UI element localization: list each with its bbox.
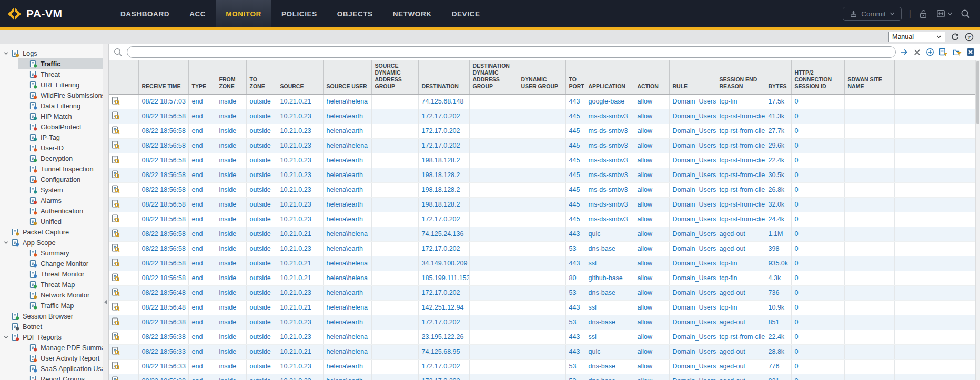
sidebar-item-threat-map[interactable]: Threat Map	[0, 279, 103, 290]
col-header-action[interactable]: ACTION	[634, 60, 669, 94]
cell-receive_time[interactable]: 08/22 18:56:48	[138, 300, 188, 315]
cell-from_zone[interactable]: inside	[216, 300, 246, 315]
sidebar-item-globalprotect[interactable]: GlobalProtect	[0, 121, 103, 132]
cell-rule[interactable]: Domain_Users	[669, 124, 716, 138]
sidebar-item-ip-tag[interactable]: IP-Tag	[0, 132, 103, 142]
cell-to_zone[interactable]: outside	[246, 197, 277, 212]
cell-application[interactable]: github-base	[585, 271, 634, 285]
cell-rule[interactable]: Domain_Users	[669, 374, 716, 380]
cell-application[interactable]: quic	[585, 227, 634, 241]
search-icon[interactable]	[960, 8, 971, 19]
log-detail-icon[interactable]	[112, 170, 120, 179]
log-detail-icon[interactable]	[112, 214, 120, 223]
cell-application[interactable]: dns-base	[585, 241, 634, 256]
cell-to_port[interactable]: 443	[565, 94, 585, 109]
cell-bytes[interactable]: 26.8k	[765, 182, 791, 197]
cell-to_zone[interactable]: outside	[246, 109, 277, 124]
col-header-to-port[interactable]: TO PORT	[565, 60, 585, 94]
cell-bytes[interactable]: 41.3k	[765, 109, 791, 124]
cell-destination[interactable]: 198.18.128.2	[418, 197, 469, 212]
cell-destination[interactable]: 172.17.0.202	[418, 212, 469, 227]
cell-http2_connection_session_id[interactable]: 0	[791, 256, 844, 271]
cell-to_zone[interactable]: outside	[246, 344, 277, 359]
col-header-source-dynamic-address-group[interactable]: SOURCE DYNAMIC ADDRESS GROUP	[371, 60, 418, 94]
cell-application[interactable]: dns-base	[585, 359, 634, 374]
cell-application[interactable]: quic	[585, 344, 634, 359]
cell-source_user[interactable]: helena\helena	[323, 271, 371, 285]
cell-from_zone[interactable]: inside	[216, 344, 246, 359]
cell-to_port[interactable]: 80	[565, 271, 585, 285]
cell-receive_time[interactable]: 08/22 18:56:58	[138, 241, 188, 256]
chevron-down-icon[interactable]	[4, 240, 12, 245]
cell-source_user[interactable]: helena\helena	[323, 256, 371, 271]
log-detail-icon[interactable]	[112, 229, 120, 238]
log-detail-icon[interactable]	[112, 97, 120, 105]
cell-from_zone[interactable]: inside	[216, 182, 246, 197]
config-save-load[interactable]	[936, 8, 953, 19]
cell-from_zone[interactable]: inside	[216, 227, 246, 241]
cell-bytes[interactable]: 935.0k	[765, 256, 791, 271]
cell-application[interactable]: ms-ds-smbv3	[585, 109, 634, 124]
cell-bytes[interactable]: 22.4k	[765, 330, 791, 344]
col-header-application[interactable]: APPLICATION	[585, 60, 634, 94]
cell-receive_time[interactable]: 08/22 18:57:03	[138, 94, 188, 109]
cell-bytes[interactable]: 736	[765, 285, 791, 300]
cell-to_zone[interactable]: outside	[246, 359, 277, 374]
col-header-bytes[interactable]: BYTES	[765, 60, 791, 94]
cell-receive_time[interactable]: 08/22 18:56:58	[138, 168, 188, 182]
cell-application[interactable]: ms-ds-smbv3	[585, 124, 634, 138]
cell-http2_connection_session_id[interactable]: 0	[791, 271, 844, 285]
cell-http2_connection_session_id[interactable]: 0	[791, 182, 844, 197]
cell-to_port[interactable]: 53	[565, 374, 585, 380]
cell-rule[interactable]: Domain_Users	[669, 271, 716, 285]
cell-source[interactable]: 10.21.0.23	[277, 330, 323, 344]
cell-source_user[interactable]: helena\earth	[323, 109, 371, 124]
table-scrollbar[interactable]	[975, 60, 980, 380]
cell-source[interactable]: 10.21.0.23	[277, 138, 323, 153]
cell-receive_time[interactable]: 08/22 18:56:58	[138, 227, 188, 241]
cell-to_port[interactable]: 445	[565, 182, 585, 197]
cell-session_end_reason[interactable]: tcp-rst-from-client	[716, 197, 765, 212]
cell-action[interactable]: allow	[634, 182, 669, 197]
cell-receive_time[interactable]: 08/22 18:56:58	[138, 182, 188, 197]
cell-action[interactable]: allow	[634, 94, 669, 109]
cell-destination[interactable]: 34.149.100.209	[418, 256, 469, 271]
sidebar-item-alarms[interactable]: Alarms	[0, 195, 103, 206]
cell-destination[interactable]: 198.18.128.2	[418, 182, 469, 197]
cell-source_user[interactable]: helena\helena	[323, 300, 371, 315]
cell-action[interactable]: allow	[634, 197, 669, 212]
cell-http2_connection_session_id[interactable]: 0	[791, 109, 844, 124]
cell-bytes[interactable]: 10.9k	[765, 300, 791, 315]
nav-policies[interactable]: POLICIES	[271, 0, 327, 27]
cell-bytes[interactable]: 1.1M	[765, 227, 791, 241]
sidebar-item-app-scope[interactable]: App Scope	[0, 237, 103, 248]
cell-application[interactable]: dns-base	[585, 374, 634, 380]
cell-to_zone[interactable]: outside	[246, 285, 277, 300]
cell-session_end_reason[interactable]: tcp-rst-from-client	[716, 124, 765, 138]
cell-receive_time[interactable]: 08/22 18:56:58	[138, 256, 188, 271]
cell-from_zone[interactable]: inside	[216, 271, 246, 285]
scrollbar-thumb[interactable]	[976, 61, 979, 124]
cell-receive_time[interactable]: 08/22 18:56:38	[138, 315, 188, 330]
cell-source_user[interactable]: helena\earth	[323, 241, 371, 256]
cell-action[interactable]: allow	[634, 153, 669, 168]
cell-type[interactable]: end	[188, 300, 216, 315]
cell-destination[interactable]: 172.17.0.202	[418, 124, 469, 138]
cell-source[interactable]: 10.21.0.21	[277, 271, 323, 285]
log-detail-icon[interactable]	[112, 362, 120, 370]
cell-application[interactable]: ssl	[585, 300, 634, 315]
cell-http2_connection_session_id[interactable]: 0	[791, 285, 844, 300]
cell-rule[interactable]: Domain_Users	[669, 197, 716, 212]
cell-source_user[interactable]: helena\earth	[323, 359, 371, 374]
cell-to_zone[interactable]: outside	[246, 153, 277, 168]
cell-action[interactable]: allow	[634, 359, 669, 374]
cell-to_zone[interactable]: outside	[246, 168, 277, 182]
cell-action[interactable]: allow	[634, 212, 669, 227]
load-filter-icon[interactable]	[953, 48, 962, 57]
cell-source[interactable]: 10.21.0.23	[277, 212, 323, 227]
cell-destination[interactable]: 74.125.24.136	[418, 227, 469, 241]
cell-source[interactable]: 10.21.0.21	[277, 300, 323, 315]
cell-from_zone[interactable]: inside	[216, 256, 246, 271]
cell-bytes[interactable]: 22.4k	[765, 153, 791, 168]
cell-rule[interactable]: Domain_Users	[669, 344, 716, 359]
